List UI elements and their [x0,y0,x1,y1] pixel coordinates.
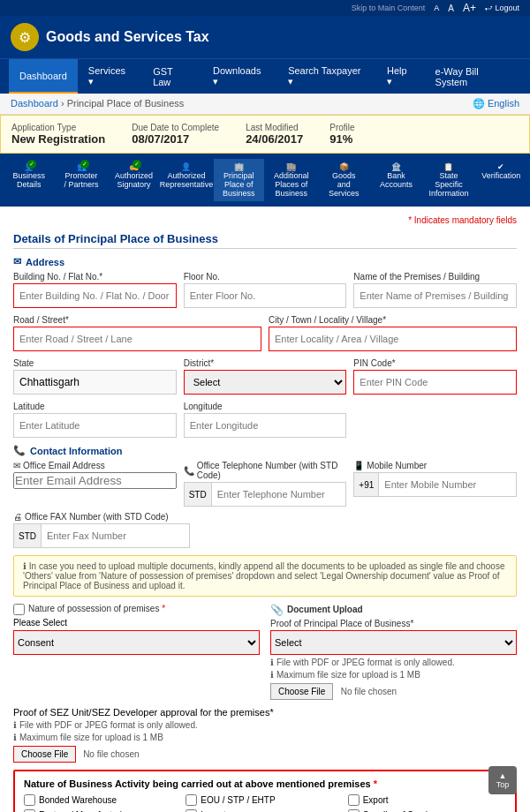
sez-choose-file-button[interactable]: Choose File [13,746,76,763]
premises-input[interactable] [353,283,517,308]
contact-row-1: ✉ Office Email Address 📞 Office Telephon… [13,461,517,507]
additional-places-icon: 🏬 [286,162,296,171]
district-label: District* [184,358,347,368]
step-label-6: Additional Places of Business [273,171,309,198]
step-label-3: Authorized Signatory [115,171,153,189]
sez-label: Proof of SEZ Unit/SEZ Developer approval… [13,707,517,718]
sez-info-icon-2: ℹ [13,733,17,742]
nature-business-section: Nature of Business Activity being carrie… [13,770,517,812]
nav-dashboard[interactable]: Dashboard [9,59,78,94]
checkbox-export[interactable] [348,794,360,806]
biz-eou: EOU / STP / EHTP [186,794,344,806]
nature-business-title: Nature of Business Activity being carrie… [24,778,506,789]
step-principal-place[interactable]: 🏢 Principal Place of Business [214,159,264,201]
step-additional-places[interactable]: 🏬 Additional Places of Business [266,159,316,201]
mandatory-note: * Indicates mandatory fields [13,215,517,225]
step-label-7: Goods and Services [325,171,361,198]
logout-button[interactable]: ⮐ Logout [485,4,519,12]
top-button[interactable]: ▲ Top [488,766,517,794]
proof-label: Proof of Principal Place of Business* [270,619,517,628]
check-badge-2: ✓ [80,160,89,169]
logo: ⚙ [11,23,39,51]
logo-icon: ⚙ [19,29,31,46]
doc-choose-file-button[interactable]: Choose File [270,683,333,700]
email-input[interactable] [13,472,177,489]
checkbox-bonded-warehouse[interactable] [24,794,35,806]
language-selector[interactable]: 🌐 English [473,98,519,109]
step-bank-accounts[interactable]: 🏦 Bank Accounts [371,159,421,201]
last-modified: Last Modified 24/06/2017 [246,123,303,146]
road-input[interactable] [13,327,261,351]
nav-search-taxpayer[interactable]: Search Taxpayer ▾ [277,59,376,94]
nav-downloads[interactable]: Downloads ▾ [202,59,277,94]
state-label: State [13,358,177,368]
possession-select[interactable]: Consent [13,630,260,655]
fax-input[interactable] [41,523,190,548]
document-upload-icon: 📎 [270,604,284,616]
possession-col: Nature of possession of premises * Pleas… [13,604,260,700]
latitude-label: Latitude [13,402,177,411]
step-business-details[interactable]: 👤 ✓ Business Details [4,159,54,201]
breadcrumb: Dashboard › Principal Place of Business … [0,94,530,115]
phone-label: 📞 Office Telephone Number (with STD Code… [184,461,347,480]
principal-place-icon: 🏢 [234,162,244,171]
biz-bonded-warehouse: Bonded Warehouse [24,794,182,806]
longitude-label: Longitude [184,402,347,411]
step-promoter[interactable]: 👥 ✓ Promoter / Partners [56,159,106,201]
building-no-input[interactable] [13,283,177,308]
state-group: State Chhattisgarh [13,358,177,395]
nav-services[interactable]: Services ▾ [78,59,142,94]
info-circle-icon-2: ℹ [270,670,274,680]
skip-link[interactable]: Skip to Main Content [352,4,426,12]
proof-select[interactable]: Select [270,630,517,655]
nav-gst-law[interactable]: GST Law [142,59,202,94]
city-label: City / Town / Locality / Village* [269,315,517,325]
mobile-input[interactable] [378,472,517,497]
business-checkbox-grid: Bonded Warehouse EOU / STP / EHTP Export… [24,794,506,812]
bank-icon: 🏦 [391,162,401,171]
building-no-group: Building No. / Flat No.* [13,272,177,308]
possession-checkbox[interactable] [13,604,25,615]
district-group: District* Select [184,358,347,395]
header: ⚙ Goods and Services Tax [0,16,530,58]
nav-help[interactable]: Help ▾ [376,59,424,94]
latitude-input[interactable] [13,413,177,438]
address-row-2: Road / Street* City / Town / Locality / … [13,315,517,351]
step-goods-services[interactable]: 📦 Goods and Services [318,159,368,201]
contact-section-title: 📞 Contact Information [13,445,517,456]
pin-group: PIN Code* [353,358,517,395]
longitude-input[interactable] [184,413,347,438]
step-auth-rep[interactable]: 👤 Authorized Representative [161,159,211,201]
fax-std-prefix: STD [13,523,41,548]
font-medium[interactable]: A [448,4,454,13]
latitude-group: Latitude [13,402,177,438]
step-state-specific[interactable]: 📋 State Specific Information [423,159,473,201]
steps-nav: 👤 ✓ Business Details 👥 ✓ Promoter / Part… [0,154,530,207]
city-input[interactable] [269,327,517,351]
floor-no-input[interactable] [184,283,347,308]
contact-row-2: 🖨 Office FAX Number (with STD Code) STD [13,512,517,548]
premises-group: Name of the Premises / Building [353,272,517,308]
breadcrumb-dashboard[interactable]: Dashboard [11,98,58,109]
main-content: * Indicates mandatory fields Details of … [0,207,530,812]
font-large[interactable]: A+ [463,2,476,14]
step-label-2: Promoter / Partners [63,171,99,189]
mobile-input-group: +91 [353,472,517,497]
floor-no-group: Floor No. [184,272,347,308]
font-small[interactable]: A [434,4,439,12]
sez-file-type-note: ℹ File with PDF or JPEG format is only a… [13,720,517,730]
nav-eway[interactable]: e-Way Bill System [425,59,521,94]
address-row-3: State Chhattisgarh District* Select PIN … [13,358,517,395]
step-authorized-signatory[interactable]: ✍ ✓ Authorized Signatory [109,159,159,201]
breadcrumb-current: Principal Place of Business [67,98,185,109]
state-value: Chhattisgarh [13,370,177,395]
pin-input[interactable] [353,370,517,395]
district-select[interactable]: Select [184,370,347,395]
app-type: Application Type New Registration [11,123,105,146]
phone-icon: 📞 [184,466,194,476]
check-badge-3: ✓ [132,160,141,169]
checkbox-eou[interactable] [186,794,197,806]
phone-input[interactable] [211,482,347,507]
mobile-group: 📱 Mobile Number +91 [353,461,517,507]
step-verification[interactable]: ✔ Verification [476,159,526,201]
